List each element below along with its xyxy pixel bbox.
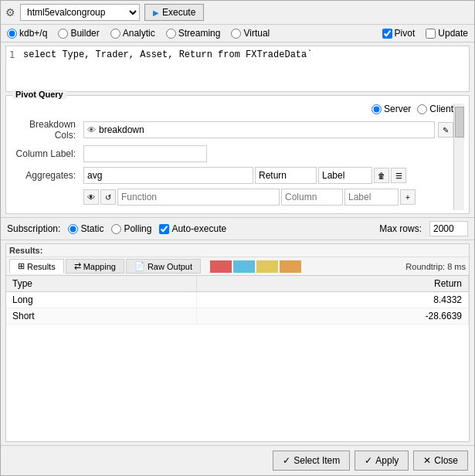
breakdown-row: Breakdown Cols: 👁 breakdown ✎ [11, 119, 453, 141]
refresh-btn[interactable]: ↺ [100, 189, 116, 205]
pivot-label: Pivot [395, 28, 416, 39]
add-icon: + [405, 193, 410, 202]
table-row[interactable]: Long 8.4332 [6, 292, 469, 308]
radio-polling[interactable]: Polling [111, 223, 151, 234]
results-tab-label: Results [27, 262, 56, 271]
pivot-checkbox[interactable]: Pivot [382, 28, 416, 39]
radio-kdbq[interactable]: kdb+/q [7, 28, 47, 39]
cell-return-1: 8.4332 [197, 292, 469, 308]
update-label: Update [438, 28, 468, 39]
apply-label: Apply [375, 455, 399, 466]
eye2-icon: 👁 [87, 193, 95, 202]
radio-analytic[interactable]: Analytic [110, 28, 155, 39]
table-row[interactable]: Short -28.6639 [6, 308, 469, 325]
polling-label: Polling [124, 223, 151, 234]
cell-return-2: -28.6639 [197, 308, 469, 325]
auto-execute-label: Auto-execute [171, 223, 226, 234]
radio-streaming-label: Streaming [178, 28, 221, 39]
radio-analytic-label: Analytic [123, 28, 155, 39]
results-tab-icon: ⊞ [18, 261, 25, 271]
col-placeholder-input[interactable] [281, 189, 343, 206]
apply-check-icon: ✓ [365, 455, 372, 466]
radio-server[interactable]: Server [372, 104, 411, 114]
tab-raw-output[interactable]: 📄 Raw Output [126, 259, 201, 274]
col-type: Type [6, 276, 197, 292]
col-return: Return [197, 276, 469, 292]
function-row: 👁 ↺ + [11, 189, 453, 206]
column-label-input[interactable] [83, 145, 207, 162]
results-table: Type Return Long 8.4332 Short -28.6639 [6, 276, 469, 325]
query-editor[interactable]: 1 select Type, Trader, Asset, Return fro… [5, 46, 470, 92]
main-container: ⚙ html5evalcongroup ▶ Execute kdb+/q Bui… [0, 0, 475, 476]
line-number: 1 [9, 49, 19, 88]
pivot-section-title: Pivot Query [12, 90, 66, 99]
subscription-row: Subscription: Static Polling Auto-execut… [1, 217, 474, 240]
eye-btn[interactable]: 👁 [83, 189, 99, 205]
agg-label-input[interactable] [318, 167, 372, 184]
close-button[interactable]: ✕ Close [413, 450, 468, 471]
menu-agg-btn[interactable]: ☰ [391, 168, 406, 183]
client-label: Client [429, 104, 453, 114]
mapping-tab-label: Mapping [83, 262, 116, 271]
gear-icon[interactable]: ⚙ [5, 6, 15, 19]
select-item-button[interactable]: ✓ Select Item [273, 450, 350, 471]
results-tabs: ⊞ Results ⇄ Mapping 📄 Raw Output Roundtr… [6, 257, 469, 276]
select-item-label: Select Item [293, 455, 340, 466]
aggregates-row: Aggregates: 🗑 ☰ [11, 167, 453, 184]
add-row-btn[interactable]: + [400, 189, 416, 205]
pivot-scrollbar[interactable] [453, 104, 464, 210]
agg-function-input[interactable] [83, 167, 253, 184]
apply-button[interactable]: ✓ Apply [355, 450, 409, 471]
color-boxes [210, 260, 301, 273]
eye-icon: 👁 [87, 125, 96, 134]
refresh-icon: ↺ [105, 193, 111, 202]
breakdown-value: breakdown [99, 124, 431, 135]
edit-icon: ✎ [443, 126, 449, 134]
scrollbar-thumb[interactable] [455, 107, 464, 138]
menu-icon: ☰ [395, 172, 402, 180]
server-label: Server [384, 104, 411, 114]
color-box-3 [256, 260, 278, 273]
execute-label: Execute [162, 7, 195, 18]
raw-tab-label: Raw Output [148, 262, 192, 271]
pivot-inner: Server Client Breakdown Cols: 👁 breakdow… [6, 96, 469, 213]
pivot-form: Server Client Breakdown Cols: 👁 breakdow… [11, 104, 453, 210]
results-section: Results: ⊞ Results ⇄ Mapping 📄 Raw Outpu… [5, 243, 470, 442]
delete-icon: 🗑 [378, 172, 385, 180]
radio-builder-label: Builder [70, 28, 99, 39]
results-legend-title: Results: [6, 244, 469, 257]
radio-streaming[interactable]: Streaming [166, 28, 221, 39]
column-label-label: Column Label: [11, 148, 80, 159]
breakdown-edit-btn[interactable]: ✎ [438, 122, 453, 138]
subscription-label: Subscription: [7, 223, 60, 234]
radio-static[interactable]: Static [68, 223, 103, 234]
radio-client[interactable]: Client [417, 104, 453, 114]
radio-builder[interactable]: Builder [58, 28, 99, 39]
delete-agg-btn[interactable]: 🗑 [374, 168, 389, 183]
aggregates-label: Aggregates: [11, 170, 80, 181]
max-rows-input[interactable] [429, 221, 468, 236]
column-label-row: Column Label: [11, 145, 453, 162]
tab-results[interactable]: ⊞ Results [9, 259, 64, 274]
update-checkbox[interactable]: Update [426, 28, 468, 39]
color-box-4 [280, 260, 301, 273]
radio-row: kdb+/q Builder Analytic Streaming Virtua… [1, 25, 474, 42]
raw-tab-icon: 📄 [134, 261, 145, 271]
bottom-bar: ✓ Select Item ✓ Apply ✕ Close [1, 445, 474, 475]
execute-button[interactable]: ▶ Execute [144, 4, 204, 21]
pivot-section: Pivot Query Server Client Breakdown C [5, 95, 470, 214]
radio-virtual-label: Virtual [243, 28, 270, 39]
radio-virtual[interactable]: Virtual [231, 28, 270, 39]
auto-execute-checkbox[interactable]: Auto-execute [159, 223, 226, 234]
color-box-1 [210, 260, 232, 273]
radio-kdbq-label: kdb+/q [19, 28, 47, 39]
static-label: Static [80, 223, 103, 234]
label-placeholder-input[interactable] [344, 189, 399, 206]
results-table-container: Type Return Long 8.4332 Short -28.6639 [6, 276, 469, 441]
close-x-icon: ✕ [423, 455, 431, 466]
agg-column-input[interactable] [255, 167, 317, 184]
tab-mapping[interactable]: ⇄ Mapping [66, 259, 124, 274]
connection-select[interactable]: html5evalcongroup [20, 4, 140, 21]
toolbar: ⚙ html5evalcongroup ▶ Execute [1, 1, 474, 25]
func-placeholder-input[interactable] [117, 189, 280, 206]
